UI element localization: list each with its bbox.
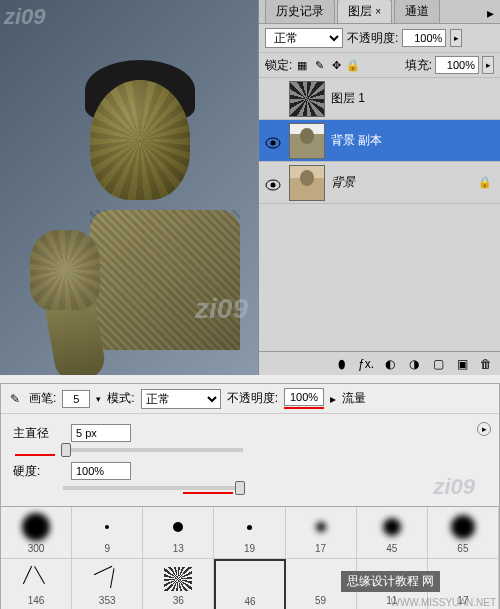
panel-menu-icon[interactable]: ▸: [481, 3, 500, 23]
group-icon[interactable]: ▢: [430, 356, 446, 372]
opacity-label: 不透明度:: [347, 30, 398, 47]
brush-toolbar: ✎ 画笔: ▾ 模式: 正常 不透明度: ▸ 流量: [1, 384, 499, 414]
delete-layer-icon[interactable]: 🗑: [478, 356, 494, 372]
brush-preset[interactable]: 17: [286, 507, 357, 559]
layer-row[interactable]: 背景 副本: [259, 120, 500, 162]
brush-preset[interactable]: 36: [143, 559, 214, 609]
opacity-arrow-icon[interactable]: ▸: [450, 29, 462, 47]
dropdown-arrow-icon[interactable]: ▸: [477, 422, 491, 436]
brush-label: 画笔:: [29, 390, 56, 407]
fill-arrow-icon[interactable]: ▸: [482, 56, 494, 74]
visibility-toggle[interactable]: [265, 93, 281, 105]
brush-preset[interactable]: 300: [1, 507, 72, 559]
flow-label: 流量: [342, 390, 366, 407]
svg-point-3: [271, 182, 276, 187]
layers-list: 图层 1 背景 副本 背景 🔒: [259, 78, 500, 351]
opacity-input[interactable]: [402, 29, 446, 47]
fill-label: 填充:: [405, 57, 432, 74]
panel-tabs: 历史记录 图层 × 通道 ▸: [259, 0, 500, 24]
watermark-bottom: zi09: [195, 293, 248, 325]
brush-preset[interactable]: 45: [357, 507, 428, 559]
hardness-input[interactable]: [71, 462, 131, 480]
brush-preset[interactable]: 13: [143, 507, 214, 559]
site-watermark: WWW.MISSYUAN.NET: [390, 597, 496, 608]
brush-mode-select[interactable]: 正常: [141, 389, 221, 409]
svg-point-1: [271, 140, 276, 145]
brush-opacity-label: 不透明度:: [227, 390, 278, 407]
brush-opacity-input[interactable]: [284, 388, 324, 406]
brush-preset[interactable]: 353: [72, 559, 143, 609]
brush-preset[interactable]: 46: [214, 559, 285, 609]
lock-all-icon[interactable]: 🔒: [346, 58, 360, 72]
lock-pixels-icon[interactable]: ✎: [312, 58, 326, 72]
mode-label: 模式:: [107, 390, 134, 407]
layer-row[interactable]: 图层 1: [259, 78, 500, 120]
layer-name[interactable]: 背景: [331, 174, 472, 191]
blend-mode-select[interactable]: 正常: [265, 28, 343, 48]
brush-opacity-arrow[interactable]: ▸: [330, 392, 336, 406]
layer-thumbnail[interactable]: [289, 81, 325, 117]
brush-size-input[interactable]: [62, 390, 90, 408]
diameter-label: 主直径: [13, 425, 63, 442]
brush-tool-icon[interactable]: ✎: [7, 391, 23, 407]
layer-name[interactable]: 图层 1: [331, 90, 496, 107]
brush-controls: ▸ 主直径 硬度: zi09: [1, 414, 499, 506]
new-layer-icon[interactable]: ▣: [454, 356, 470, 372]
watermark-top: zi09: [4, 4, 46, 30]
tutorial-label: 思缘设计教程 网: [341, 571, 440, 592]
brush-preset[interactable]: 9: [72, 507, 143, 559]
visibility-toggle[interactable]: [265, 177, 281, 189]
lock-transparency-icon[interactable]: ▦: [295, 58, 309, 72]
link-layers-icon[interactable]: ⬮: [334, 356, 350, 372]
diameter-slider[interactable]: [63, 448, 243, 452]
visibility-toggle[interactable]: [265, 135, 281, 147]
tab-channels[interactable]: 通道: [394, 0, 440, 23]
tab-history[interactable]: 历史记录: [265, 0, 335, 23]
brush-presets-grid: 300 9 13 19 17 45 65 146 353 36 46 59 11…: [1, 506, 499, 609]
layer-row[interactable]: 背景 🔒: [259, 162, 500, 204]
fill-input[interactable]: [435, 56, 479, 74]
layer-thumbnail[interactable]: [289, 123, 325, 159]
layers-panel: 历史记录 图层 × 通道 ▸ 正常 不透明度: ▸ 锁定: ▦ ✎ ✥ 🔒 填充…: [258, 0, 500, 375]
layer-mask-icon[interactable]: ◐: [382, 356, 398, 372]
brush-preset[interactable]: 19: [214, 507, 285, 559]
adjustment-layer-icon[interactable]: ◑: [406, 356, 422, 372]
brush-watermark: zi09: [433, 474, 475, 500]
layer-name[interactable]: 背景 副本: [331, 132, 496, 149]
hardness-label: 硬度:: [13, 463, 63, 480]
layers-footer: ⬮ ƒx. ◐ ◑ ▢ ▣ 🗑: [259, 351, 500, 375]
diameter-input[interactable]: [71, 424, 131, 442]
brush-preset[interactable]: 146: [1, 559, 72, 609]
lock-position-icon[interactable]: ✥: [329, 58, 343, 72]
brush-preset[interactable]: 65: [428, 507, 499, 559]
layer-thumbnail[interactable]: [289, 165, 325, 201]
tab-layers[interactable]: 图层 ×: [337, 0, 392, 23]
hardness-slider[interactable]: [63, 486, 243, 490]
document-canvas[interactable]: zi09 zi09: [0, 0, 258, 375]
lock-icon: 🔒: [478, 176, 492, 189]
layer-effects-icon[interactable]: ƒx.: [358, 356, 374, 372]
lock-label: 锁定:: [265, 57, 292, 74]
